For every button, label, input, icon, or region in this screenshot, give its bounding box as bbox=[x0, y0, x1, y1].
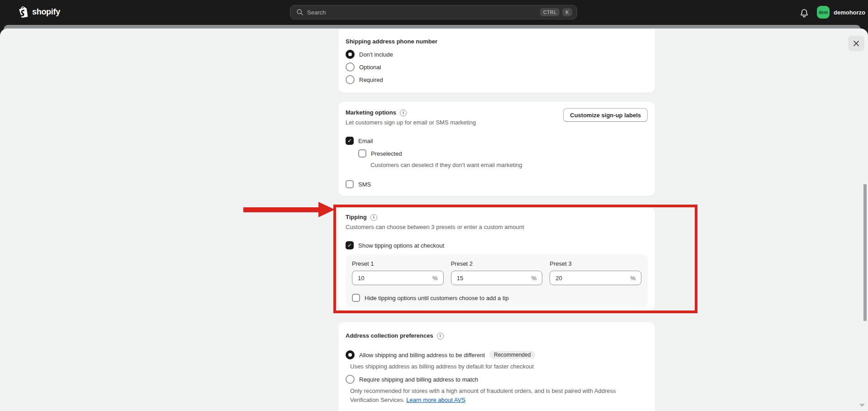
checkbox-unchecked[interactable] bbox=[352, 294, 360, 302]
search-icon bbox=[296, 9, 304, 16]
checkbox-unchecked[interactable] bbox=[358, 149, 366, 158]
checkbox-label: Email bbox=[358, 138, 373, 144]
percent-suffix: % bbox=[630, 275, 636, 282]
preset-2-field: Preset 2 % bbox=[451, 261, 543, 285]
preset-3-label: Preset 3 bbox=[550, 261, 641, 267]
global-search-bar[interactable]: CTRL K bbox=[290, 5, 577, 19]
radio-option-required[interactable]: Required bbox=[346, 75, 648, 84]
radio-label: Allow shipping and billing address to be… bbox=[359, 352, 485, 358]
username: demohorzo bbox=[834, 9, 865, 16]
radio-label: Required bbox=[359, 76, 383, 83]
tipping-subtitle: Customers can choose between 3 presets o… bbox=[346, 224, 648, 231]
checkbox-label: SMS bbox=[358, 181, 371, 188]
shortcut-ctrl-key: CTRL bbox=[540, 8, 560, 17]
percent-suffix: % bbox=[432, 275, 438, 282]
address-preferences-card: Address collection preferences i Allow s… bbox=[338, 322, 655, 411]
customize-signup-labels-button[interactable]: Customize sign-up labels bbox=[563, 108, 648, 122]
checkbox-label: Preselected bbox=[371, 150, 402, 157]
preselected-checkbox-row[interactable]: Preselected bbox=[358, 149, 648, 158]
show-tipping-checkbox-row[interactable]: ✓ Show tipping options at checkout bbox=[346, 241, 648, 250]
address-title: Address collection preferences i bbox=[346, 332, 648, 339]
search-input[interactable] bbox=[307, 9, 537, 16]
shopify-admin-page: shopify CTRL K dem demohorzo Shipping ad… bbox=[0, 0, 868, 411]
shortcut-k-key: K bbox=[562, 8, 572, 17]
scrollbar-thumb[interactable] bbox=[863, 184, 867, 321]
checkbox-checked[interactable]: ✓ bbox=[346, 137, 354, 145]
checkbox-label: Show tipping options at checkout bbox=[358, 242, 444, 249]
preset-3-input-box[interactable]: % bbox=[550, 271, 641, 285]
learn-more-avs-link[interactable]: Learn more about AVS bbox=[406, 397, 465, 403]
radio-selected[interactable] bbox=[346, 50, 355, 59]
preset-2-input[interactable] bbox=[457, 275, 531, 282]
scrollbar-down-arrow-icon[interactable] bbox=[859, 404, 865, 407]
tipping-presets-panel: Preset 1 % Preset 2 % bbox=[346, 254, 648, 307]
tipping-card: Tipping i Customers can choose between 3… bbox=[338, 207, 655, 311]
percent-suffix: % bbox=[531, 275, 537, 282]
require-match-helper: Only recommended for stores with a high … bbox=[350, 387, 621, 405]
radio-unselected[interactable] bbox=[346, 375, 355, 384]
preset-1-label: Preset 1 bbox=[352, 261, 444, 267]
radio-label: Don't include bbox=[359, 51, 393, 58]
radio-label: Require shipping and billing address to … bbox=[359, 376, 478, 383]
avatar: dem bbox=[817, 6, 830, 19]
shopify-bag-icon bbox=[18, 6, 29, 18]
shipping-phone-title: Shipping address phone number bbox=[346, 38, 648, 45]
sms-checkbox-row[interactable]: SMS bbox=[346, 180, 648, 189]
radio-selected[interactable] bbox=[346, 350, 355, 359]
radio-label: Optional bbox=[359, 64, 381, 71]
topbar: shopify CTRL K dem demohorzo bbox=[0, 0, 868, 25]
radio-option-require-match[interactable]: Require shipping and billing address to … bbox=[346, 375, 648, 384]
allow-different-helper: Uses shipping address as billing address… bbox=[350, 363, 648, 370]
radio-unselected[interactable] bbox=[346, 75, 355, 84]
preselected-helper: Customers can deselect if they don't wan… bbox=[370, 162, 648, 169]
annotation-arrow-head bbox=[318, 202, 335, 217]
preset-3-field: Preset 3 % bbox=[550, 261, 641, 285]
email-checkbox-row[interactable]: ✓ Email bbox=[346, 136, 648, 145]
tipping-title: Tipping i bbox=[346, 214, 648, 221]
close-icon bbox=[853, 40, 859, 47]
shopify-logo[interactable]: shopify bbox=[18, 6, 60, 18]
marketing-options-card: Customize sign-up labels Marketing optio… bbox=[338, 102, 655, 196]
info-icon[interactable]: i bbox=[400, 110, 407, 116]
preset-1-input[interactable] bbox=[358, 275, 432, 282]
annotation-arrow bbox=[243, 207, 319, 212]
settings-modal: Shipping address phone number Don't incl… bbox=[0, 29, 868, 411]
close-button[interactable] bbox=[848, 36, 864, 51]
preset-2-label: Preset 2 bbox=[451, 261, 543, 267]
user-menu[interactable]: dem demohorzo bbox=[817, 6, 865, 19]
shipping-phone-card: Shipping address phone number Don't incl… bbox=[338, 29, 655, 93]
radio-option-optional[interactable]: Optional bbox=[346, 62, 648, 72]
preset-1-input-box[interactable]: % bbox=[352, 271, 444, 285]
checkbox-unchecked[interactable] bbox=[346, 180, 354, 188]
recommended-badge: Recommended bbox=[489, 351, 535, 359]
radio-option-allow-different[interactable]: Allow shipping and billing address to be… bbox=[346, 350, 648, 359]
info-icon[interactable]: i bbox=[370, 214, 377, 221]
info-icon[interactable]: i bbox=[437, 333, 444, 339]
checkbox-label: Hide tipping options until customers cho… bbox=[365, 295, 509, 301]
checkbox-checked[interactable]: ✓ bbox=[346, 241, 354, 249]
notifications-bell-icon[interactable] bbox=[799, 8, 810, 19]
shopify-logo-text: shopify bbox=[32, 7, 60, 17]
preset-1-field: Preset 1 % bbox=[352, 261, 444, 285]
radio-option-dont-include[interactable]: Don't include bbox=[346, 50, 648, 59]
hide-tipping-checkbox-row[interactable]: Hide tipping options until customers cho… bbox=[352, 293, 641, 302]
preset-2-input-box[interactable]: % bbox=[451, 271, 543, 285]
preset-3-input[interactable] bbox=[555, 275, 630, 282]
radio-unselected[interactable] bbox=[346, 62, 355, 72]
